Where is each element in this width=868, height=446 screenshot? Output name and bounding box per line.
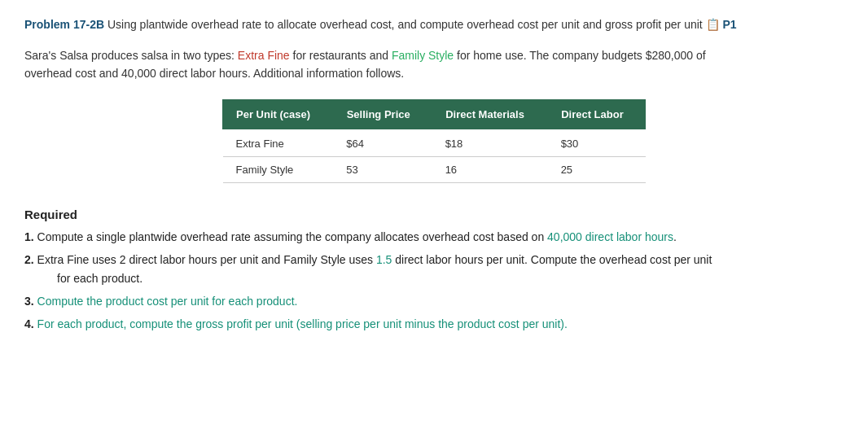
problem-title: Problem 17-2B bbox=[24, 18, 104, 31]
table-row: Family Style 53 16 25 bbox=[223, 156, 646, 182]
row1-direct-materials: $18 bbox=[432, 129, 548, 156]
required-item-3: 3. Compute the product cost per unit for… bbox=[24, 292, 844, 310]
row1-direct-labor: $30 bbox=[548, 129, 646, 156]
row2-selling-price: 53 bbox=[333, 156, 432, 182]
required-title: Required bbox=[24, 208, 844, 221]
data-table: Per Unit (case) Selling Price Direct Mat… bbox=[222, 99, 646, 183]
table-header-row: Per Unit (case) Selling Price Direct Mat… bbox=[223, 99, 646, 129]
table-container: Per Unit (case) Selling Price Direct Mat… bbox=[24, 99, 844, 183]
col-header-unit: Per Unit (case) bbox=[223, 99, 334, 129]
row1-unit: Extra Fine bbox=[223, 129, 334, 156]
row2-direct-materials: 16 bbox=[432, 156, 548, 182]
col-header-direct-materials: Direct Materials bbox=[432, 99, 548, 129]
required-item-1: 1. Compute a single plantwide overhead r… bbox=[24, 228, 844, 246]
problem-description: Using plantwide overhead rate to allocat… bbox=[107, 18, 703, 31]
required-item-4: 4. For each product, compute the gross p… bbox=[24, 315, 844, 333]
required-section: Required 1. Compute a single plantwide o… bbox=[24, 208, 844, 334]
table-row: Extra Fine $64 $18 $30 bbox=[223, 129, 646, 156]
col-header-selling-price: Selling Price bbox=[333, 99, 432, 129]
required-list: 1. Compute a single plantwide overhead r… bbox=[24, 228, 844, 334]
row2-direct-labor: 25 bbox=[548, 156, 646, 182]
intro-text: Sara's Salsa produces salsa in two types… bbox=[24, 46, 844, 83]
p1-badge[interactable]: 📋 P1 bbox=[706, 18, 737, 31]
problem-header: Problem 17-2B Using plantwide overhead r… bbox=[24, 16, 844, 33]
row1-selling-price: $64 bbox=[333, 129, 432, 156]
col-header-direct-labor: Direct Labor bbox=[548, 99, 646, 129]
row2-unit: Family Style bbox=[223, 156, 334, 182]
required-item-2: 2. Extra Fine uses 2 direct labor hours … bbox=[24, 251, 844, 287]
